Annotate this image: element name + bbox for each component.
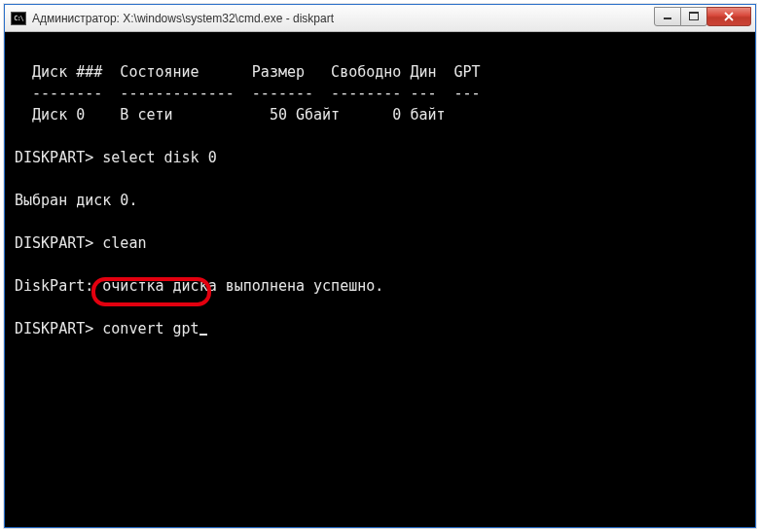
table-header: Диск ### Состояние Размер Свободно Дин G… — [15, 63, 481, 81]
table-divider: -------- ------------- ------- -------- … — [15, 85, 481, 102]
command-convert: convert gpt — [102, 320, 199, 337]
minimize-button[interactable] — [654, 7, 681, 26]
cmd-window: C:\ Администратор: X:\windows\system32\c… — [4, 4, 756, 528]
prompt: DISKPART> — [15, 234, 93, 252]
svg-rect-0 — [664, 18, 671, 19]
output-selected: Выбран диск 0. — [15, 192, 137, 209]
command-select: select disk 0 — [102, 149, 216, 166]
terminal-output[interactable]: Диск ### Состояние Размер Свободно Дин G… — [5, 32, 755, 527]
window-controls — [655, 7, 755, 26]
cmd-icon: C:\ — [11, 12, 26, 25]
prompt: DISKPART> — [15, 320, 93, 337]
command-clean: clean — [102, 234, 146, 252]
close-button[interactable] — [706, 7, 751, 26]
table-row: Диск 0 В сети 50 Gбайт 0 байт — [15, 106, 446, 124]
window-title: Администратор: X:\windows\system32\cmd.e… — [32, 12, 655, 25]
titlebar[interactable]: C:\ Администратор: X:\windows\system32\c… — [5, 5, 755, 32]
cursor — [199, 334, 207, 336]
output-clean: DiskPart: очистка диска выполнена успешн… — [15, 277, 383, 295]
close-icon — [723, 12, 735, 21]
maximize-icon — [689, 12, 699, 20]
svg-rect-2 — [689, 12, 699, 14]
maximize-button[interactable] — [680, 7, 707, 26]
minimize-icon — [663, 13, 672, 20]
prompt: DISKPART> — [15, 149, 93, 166]
